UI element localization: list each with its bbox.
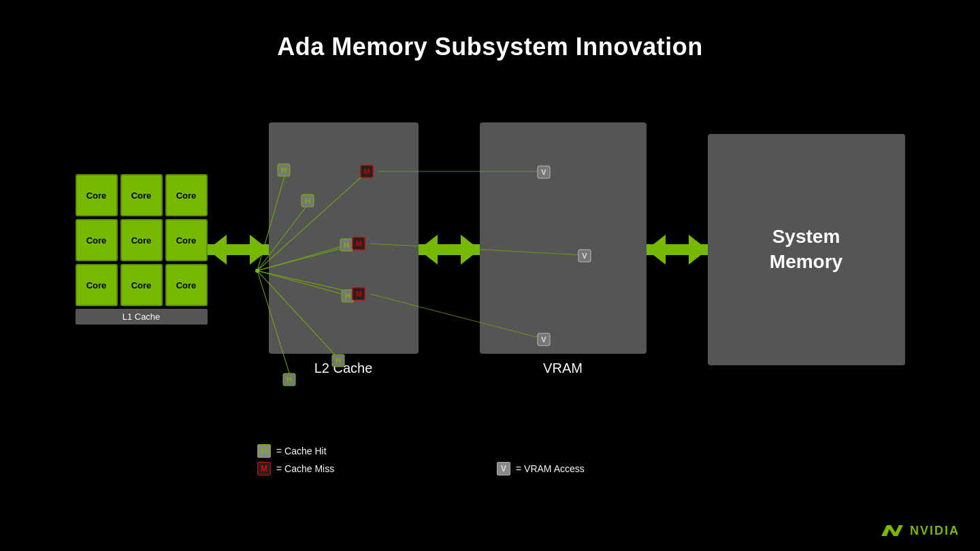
nvidia-logo: NVIDIA [881,522,960,539]
cores-to-l2-arrow [208,229,269,270]
vram-box [480,122,647,354]
core-1: Core [120,174,163,216]
slide-title: Ada Memory Subsystem Innovation [0,0,980,61]
hit-badge: H [257,444,271,458]
nvidia-text: NVIDIA [910,524,960,538]
l2-cache-wrapper: L2 Cache [269,122,419,376]
core-3: Core [76,219,118,261]
l1-cache-label: L1 Cache [76,309,208,324]
vram-legend: V = VRAM Access [497,462,585,480]
cache-legend: H = Cache Hit M = Cache Miss [257,444,334,480]
slide: Ada Memory Subsystem Innovation Core Cor… [0,0,980,551]
l2-to-vram-arrow [419,229,480,270]
core-8: Core [165,264,208,306]
legend-vram-access: V = VRAM Access [497,462,585,475]
cores-grid: Core Core Core Core Core Core Core Core … [76,174,208,306]
legend-miss: M = Cache Miss [257,462,334,475]
vram-badge: V [497,462,510,475]
diagram-area: Core Core Core Core Core Core Core Core … [0,122,980,376]
sysmem-wrapper: SystemMemory [708,134,905,365]
vram-to-sysmem-arrow [647,229,708,270]
svg-marker-45 [894,525,903,536]
core-5: Core [165,219,208,261]
sysmem-text: SystemMemory [770,224,843,274]
legend-hit: H = Cache Hit [257,444,334,458]
l2-cache-label: L2 Cache [314,361,373,376]
l2-cache-box [269,122,419,354]
core-0: Core [76,174,118,216]
svg-marker-3 [419,235,480,265]
vram-wrapper: VRAM [480,122,647,376]
vram-label: VRAM [543,361,583,376]
core-2: Core [165,174,208,216]
svg-marker-5 [647,235,708,265]
cores-section: Core Core Core Core Core Core Core Core … [76,174,208,324]
core-6: Core [76,264,118,306]
vram-text: = VRAM Access [516,463,585,474]
core-7: Core [120,264,163,306]
miss-badge: M [257,462,271,475]
core-4: Core [120,219,163,261]
nvidia-eye-icon [881,522,906,539]
hit-text: = Cache Hit [276,446,327,456]
svg-marker-1 [208,235,269,265]
miss-text: = Cache Miss [276,463,334,474]
sysmem-box: SystemMemory [708,134,905,365]
svg-text:H: H [287,375,292,384]
